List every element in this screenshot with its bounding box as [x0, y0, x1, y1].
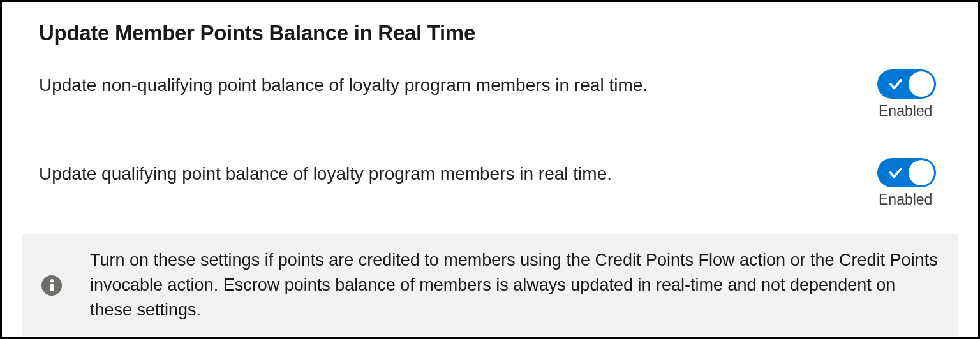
check-icon	[889, 166, 903, 180]
info-text: Turn on these settings if points are cre…	[90, 248, 940, 322]
toggle-status-qualifying: Enabled	[879, 191, 932, 208]
toggle-knob	[909, 71, 934, 97]
toggle-col-non-qualifying: Enabled	[877, 69, 936, 120]
setting-label-qualifying: Update qualifying point balance of loyal…	[39, 158, 612, 186]
svg-point-0	[50, 279, 54, 283]
toggle-qualifying[interactable]	[877, 158, 936, 187]
svg-rect-1	[50, 284, 54, 291]
toggle-col-qualifying: Enabled	[877, 158, 936, 208]
setting-row-qualifying: Update qualifying point balance of loyal…	[39, 158, 941, 208]
info-icon	[41, 275, 62, 296]
section-title: Update Member Points Balance in Real Tim…	[39, 21, 941, 45]
setting-label-non-qualifying: Update non-qualifying point balance of l…	[39, 69, 648, 97]
info-box: Turn on these settings if points are cre…	[22, 234, 958, 336]
toggle-knob	[909, 160, 934, 185]
settings-panel: Update Member Points Balance in Real Tim…	[0, 0, 980, 339]
toggle-status-non-qualifying: Enabled	[879, 103, 932, 120]
check-icon	[889, 77, 903, 91]
toggle-non-qualifying[interactable]	[877, 69, 936, 99]
setting-row-non-qualifying: Update non-qualifying point balance of l…	[39, 69, 941, 120]
